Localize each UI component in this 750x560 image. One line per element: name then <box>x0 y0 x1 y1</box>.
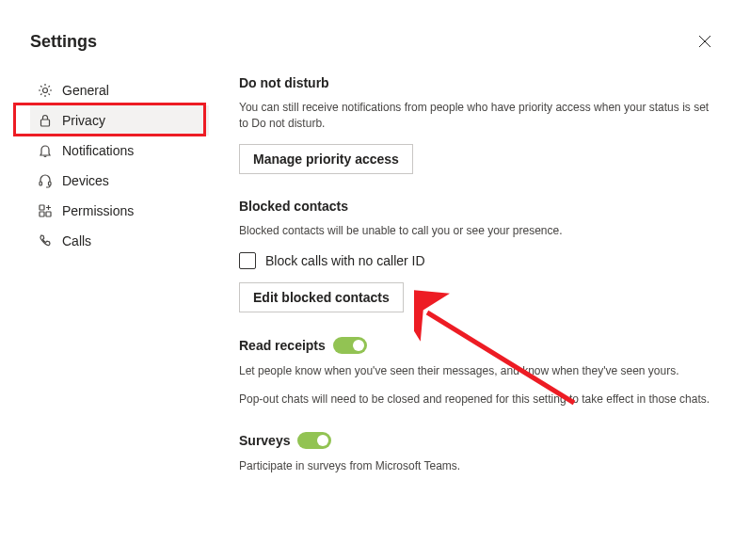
blocked-description: Blocked contacts will be unable to call … <box>239 223 710 239</box>
block-no-caller-id-label: Block calls with no caller ID <box>265 253 425 268</box>
content-area: Do not disturb You can still receive not… <box>209 75 720 499</box>
svg-rect-6 <box>46 212 51 216</box>
block-no-caller-id-checkbox[interactable] <box>239 252 256 269</box>
read-receipts-title-text: Read receipts <box>239 338 326 353</box>
read-receipts-title: Read receipts <box>239 337 710 354</box>
section-do-not-disturb: Do not disturb You can still receive not… <box>239 75 710 174</box>
svg-rect-3 <box>49 182 52 185</box>
svg-point-0 <box>43 88 48 93</box>
dnd-description: You can still receive notifications from… <box>239 100 710 133</box>
section-read-receipts: Read receipts Let people know when you'v… <box>239 337 710 408</box>
edit-blocked-contacts-button[interactable]: Edit blocked contacts <box>239 282 404 312</box>
page-title: Settings <box>30 32 97 52</box>
section-blocked-contacts: Blocked contacts Blocked contacts will b… <box>239 199 710 312</box>
section-surveys: Surveys Participate in surveys from Micr… <box>239 432 710 474</box>
sidebar-item-calls[interactable]: Calls <box>30 226 209 256</box>
blocked-title: Blocked contacts <box>239 199 710 214</box>
svg-rect-1 <box>41 120 50 126</box>
headset-icon <box>38 173 53 188</box>
block-no-caller-id-row: Block calls with no caller ID <box>239 252 710 269</box>
read-receipts-desc2: Pop-out chats will need to be closed and… <box>239 392 710 408</box>
sidebar-item-privacy[interactable]: Privacy <box>30 105 209 136</box>
manage-priority-access-button[interactable]: Manage priority access <box>239 144 413 174</box>
sidebar-item-permissions[interactable]: Permissions <box>30 196 209 226</box>
surveys-toggle[interactable] <box>297 432 331 449</box>
settings-body: General Privacy Notifications Devices Pe… <box>0 75 750 499</box>
svg-rect-2 <box>40 182 42 185</box>
sidebar-item-label: General <box>62 83 109 98</box>
read-receipts-toggle[interactable] <box>333 337 367 354</box>
phone-icon <box>38 233 53 248</box>
settings-sidebar: General Privacy Notifications Devices Pe… <box>30 75 209 499</box>
dnd-title: Do not disturb <box>239 75 710 90</box>
settings-header: Settings <box>0 0 750 75</box>
close-icon <box>698 35 711 48</box>
svg-rect-5 <box>40 212 44 216</box>
sidebar-item-label: Calls <box>62 233 91 248</box>
surveys-title: Surveys <box>239 432 710 449</box>
sidebar-item-label: Notifications <box>62 143 134 158</box>
sidebar-item-notifications[interactable]: Notifications <box>30 136 209 166</box>
surveys-title-text: Surveys <box>239 433 290 448</box>
lock-icon <box>38 113 53 128</box>
close-button[interactable] <box>690 26 720 56</box>
surveys-desc: Participate in surveys from Microsoft Te… <box>239 458 710 474</box>
sidebar-item-label: Permissions <box>62 203 134 218</box>
sidebar-item-label: Devices <box>62 173 109 188</box>
svg-rect-4 <box>40 205 44 210</box>
read-receipts-desc1: Let people know when you've seen their m… <box>239 363 710 379</box>
bell-icon <box>38 143 53 158</box>
sidebar-item-devices[interactable]: Devices <box>30 166 209 196</box>
gear-icon <box>38 83 53 98</box>
sidebar-item-general[interactable]: General <box>30 75 209 105</box>
apps-icon <box>38 203 53 218</box>
sidebar-item-label: Privacy <box>62 113 105 128</box>
